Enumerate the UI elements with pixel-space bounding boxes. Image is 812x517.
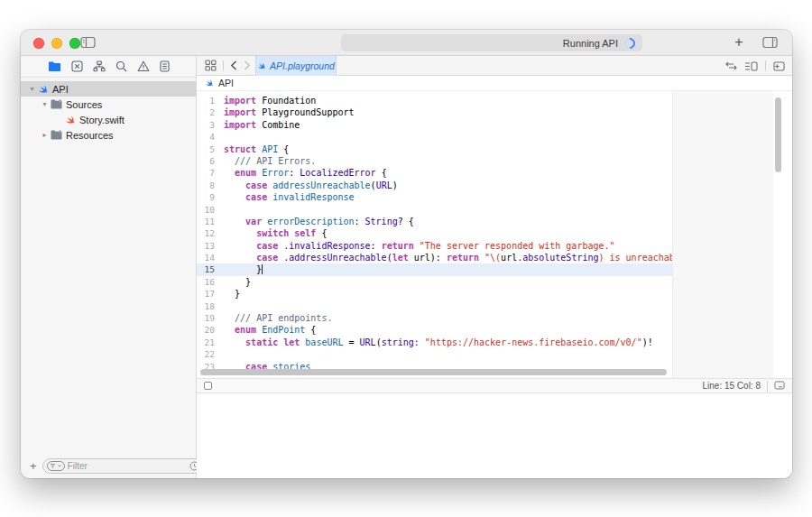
text-cursor bbox=[262, 264, 263, 274]
xcode-window: Running API + bbox=[21, 30, 792, 478]
debug-area[interactable] bbox=[197, 394, 792, 478]
project-navigator-icon[interactable] bbox=[48, 61, 61, 72]
line-number: 18 bbox=[197, 300, 224, 312]
line-number: 14 bbox=[197, 252, 224, 263]
code-line[interactable]: 5struct API { bbox=[197, 143, 672, 155]
line-number: 13 bbox=[197, 240, 224, 252]
minimize-button[interactable] bbox=[51, 38, 62, 49]
code-text: var errorDescription: String? { bbox=[224, 216, 414, 227]
line-number: 1 bbox=[197, 95, 224, 106]
vertical-scrollbar[interactable] bbox=[775, 97, 781, 172]
divider bbox=[223, 60, 224, 71]
code-line[interactable]: 14 case .addressUnreachable(let url): re… bbox=[197, 252, 672, 263]
report-navigator-icon[interactable] bbox=[160, 60, 170, 72]
tree-item-label: Resources bbox=[66, 130, 114, 141]
tree-item-api[interactable]: ▾ API bbox=[21, 81, 196, 97]
zoom-button[interactable] bbox=[69, 38, 80, 49]
toggle-navigator-icon[interactable] bbox=[80, 36, 96, 49]
tree-item-sources[interactable]: ▾ Sources bbox=[21, 97, 196, 112]
tree-item-resources[interactable]: ▸ Resources bbox=[21, 127, 196, 143]
code-line[interactable]: 22 bbox=[197, 348, 672, 360]
code-line[interactable]: 19 /// API endpoints. bbox=[197, 312, 672, 324]
project-tree: ▾ API ▾ Sources Story.swift ▸ bbox=[21, 81, 196, 143]
line-number: 2 bbox=[197, 106, 224, 118]
line-number: 11 bbox=[197, 216, 224, 227]
code-line[interactable]: 6 /// API Errors. bbox=[197, 155, 672, 167]
forward-button-icon[interactable] bbox=[244, 60, 251, 70]
back-button-icon[interactable] bbox=[230, 60, 237, 70]
code-line[interactable]: 13 case .invalidResponse: return "The se… bbox=[197, 240, 672, 252]
toggle-inspector-icon[interactable] bbox=[762, 36, 778, 49]
chevron-down-icon[interactable]: ▾ bbox=[41, 100, 49, 108]
code-lines: 1import Foundation2import PlaygroundSupp… bbox=[197, 91, 672, 373]
code-text: enum EndPoint { bbox=[224, 324, 316, 336]
tab-api-playground[interactable]: API.playground bbox=[255, 56, 337, 76]
tree-item-label: API bbox=[52, 84, 69, 95]
library-button[interactable]: + bbox=[729, 33, 749, 51]
code-line[interactable]: 2import PlaygroundSupport bbox=[197, 106, 672, 118]
titlebar[interactable]: Running API + bbox=[21, 30, 792, 56]
code-line[interactable]: 11 var errorDescription: String? { bbox=[197, 216, 672, 227]
code-line[interactable]: 8 case addressUnreachable(URL) bbox=[197, 180, 672, 191]
folder-icon bbox=[51, 130, 62, 140]
code-line[interactable]: 15 } bbox=[197, 263, 672, 275]
line-number: 10 bbox=[197, 204, 224, 216]
line-number: 20 bbox=[197, 324, 224, 336]
adjust-editor-icon[interactable] bbox=[725, 61, 737, 70]
tab-label: API.playground bbox=[270, 60, 335, 71]
playground-swift-icon bbox=[205, 78, 214, 88]
line-number: 12 bbox=[197, 227, 224, 239]
code-editor[interactable]: 1import Foundation2import PlaygroundSupp… bbox=[197, 91, 792, 378]
chevron-down-icon[interactable]: ▾ bbox=[28, 85, 36, 93]
add-file-button[interactable]: + bbox=[30, 459, 37, 473]
code-line[interactable]: 20 enum EndPoint { bbox=[197, 324, 672, 336]
line-number: 5 bbox=[197, 143, 224, 155]
activity-viewer[interactable]: Running API bbox=[341, 34, 642, 51]
playground-swift-icon bbox=[38, 84, 49, 95]
code-line[interactable]: 1import Foundation bbox=[197, 95, 672, 106]
editor-options-icon[interactable] bbox=[744, 61, 758, 71]
symbol-hierarchy-icon[interactable] bbox=[93, 60, 106, 72]
code-line[interactable]: 17 } bbox=[197, 288, 672, 300]
code-text: static let baseURL = URL(string: "https:… bbox=[224, 337, 653, 348]
close-square-icon[interactable] bbox=[71, 60, 83, 72]
code-text: case addressUnreachable(URL) bbox=[224, 180, 398, 191]
traffic-lights bbox=[33, 38, 80, 49]
editor-grid-icon[interactable] bbox=[205, 60, 217, 71]
find-navigator-icon[interactable] bbox=[115, 60, 127, 72]
chevron-right-icon[interactable]: ▸ bbox=[41, 131, 49, 139]
close-button[interactable] bbox=[33, 38, 44, 49]
code-text: /// API Errors. bbox=[224, 155, 316, 167]
filter-funnel-icon[interactable] bbox=[47, 461, 65, 471]
code-line[interactable]: 21 static let baseURL = URL(string: "htt… bbox=[197, 337, 672, 348]
issue-navigator-icon[interactable] bbox=[137, 60, 150, 72]
code-line[interactable]: 16 } bbox=[197, 276, 672, 288]
code-text: } bbox=[224, 263, 263, 275]
stop-button[interactable] bbox=[204, 382, 212, 390]
code-line[interactable]: 18 bbox=[197, 300, 672, 312]
code-line[interactable]: 10 bbox=[197, 204, 672, 216]
filter-field[interactable] bbox=[42, 458, 217, 474]
code-text: /// API endpoints. bbox=[224, 312, 332, 324]
playground-results-column bbox=[672, 91, 773, 378]
filter-bar: + bbox=[21, 457, 196, 475]
code-text: import PlaygroundSupport bbox=[224, 106, 355, 118]
status-text: Running API bbox=[563, 38, 618, 49]
add-editor-icon[interactable] bbox=[773, 61, 785, 71]
code-line[interactable]: 7 enum Error: LocalizedError { bbox=[197, 167, 672, 179]
display-icon[interactable] bbox=[774, 381, 785, 391]
code-text: import Foundation bbox=[224, 95, 316, 106]
code-line[interactable]: 12 switch self { bbox=[197, 227, 672, 239]
filter-input[interactable] bbox=[68, 461, 187, 471]
progress-spinner-icon bbox=[623, 35, 638, 51]
tree-item-story-swift[interactable]: Story.swift bbox=[21, 112, 196, 127]
navigator-sidebar: ▾ API ▾ Sources Story.swift ▸ bbox=[21, 56, 197, 478]
horizontal-scrollbar[interactable] bbox=[200, 369, 667, 375]
code-text: struct API { bbox=[224, 143, 289, 155]
divider bbox=[767, 381, 768, 392]
code-line[interactable]: 9 case invalidResponse bbox=[197, 191, 672, 203]
code-line[interactable]: 3import Combine bbox=[197, 119, 672, 131]
code-line[interactable]: 4 bbox=[197, 131, 672, 143]
jump-bar[interactable]: API bbox=[197, 76, 792, 91]
line-number: 6 bbox=[197, 155, 224, 167]
